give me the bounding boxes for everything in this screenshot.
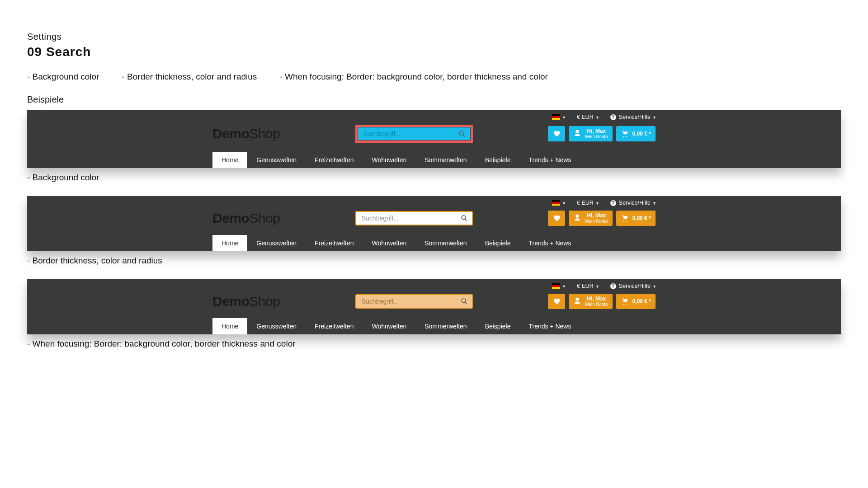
chevron-down-icon: ▾ [563, 201, 565, 206]
currency-label: € EUR [577, 200, 594, 206]
user-icon [573, 129, 581, 139]
account-button[interactable]: Hi, MaxMein Konto [569, 126, 613, 141]
chevron-down-icon: ▾ [653, 115, 656, 120]
svg-line-5 [465, 302, 467, 304]
currency-selector[interactable]: € EUR▾ [577, 114, 599, 120]
question-icon: ? [610, 283, 616, 289]
nav-item[interactable]: Trends + News [519, 318, 580, 334]
search-container [355, 125, 473, 143]
heart-icon [552, 297, 561, 306]
account-greeting: Hi, Max [587, 128, 606, 134]
account-sub: Mein Konto [585, 302, 608, 307]
chevron-down-icon: ▾ [596, 284, 599, 289]
nav-item[interactable]: Genusswelten [247, 318, 306, 334]
language-selector[interactable]: ▾ [552, 200, 565, 206]
cart-icon [621, 129, 629, 139]
nav-item[interactable]: Genusswelten [247, 152, 306, 168]
main-nav: HomeGenussweltenFreizeitweltenWohnwelten… [212, 318, 656, 334]
currency-label: € EUR [577, 283, 594, 289]
question-icon: ? [610, 200, 616, 206]
service-label: Service/Hilfe [619, 114, 651, 120]
account-sub: Mein Konto [585, 134, 608, 139]
account-greeting: Hi, Max [587, 213, 606, 219]
cart-icon [621, 297, 629, 306]
desc-background: - Background color [27, 72, 99, 82]
account-button[interactable]: Hi, MaxMein Konto [569, 294, 613, 309]
user-icon [573, 297, 581, 306]
service-help[interactable]: ?Service/Hilfe▾ [610, 283, 656, 289]
cart-total: 0,00 € * [632, 131, 651, 137]
wishlist-button[interactable] [548, 211, 565, 226]
search-input[interactable] [355, 211, 473, 225]
nav-item[interactable]: Beispiele [476, 318, 520, 334]
nav-item[interactable]: Trends + News [519, 152, 580, 168]
examples-heading: Beispiele [27, 94, 841, 105]
page-title: 09 Search [27, 45, 841, 59]
nav-item[interactable]: Wohnwelten [363, 235, 415, 251]
shop-logo[interactable]: DemoShop [212, 211, 280, 226]
nav-item[interactable]: Freizeitwelten [306, 152, 363, 168]
shop-logo[interactable]: DemoShop [212, 126, 280, 141]
search-icon[interactable] [458, 130, 466, 138]
search-input[interactable] [355, 294, 473, 309]
nav-item[interactable]: Sommerwelten [415, 235, 476, 251]
cart-button[interactable]: 0,00 € * [616, 126, 656, 141]
search-input[interactable] [358, 127, 471, 141]
nav-item[interactable]: Sommerwelten [415, 152, 476, 168]
question-icon: ? [610, 114, 616, 120]
chevron-down-icon: ▾ [563, 115, 565, 120]
currency-selector[interactable]: € EUR▾ [577, 283, 599, 289]
cart-total: 0,00 € * [632, 216, 651, 221]
nav-item[interactable]: Home [212, 235, 247, 251]
search-icon[interactable] [460, 214, 468, 222]
currency-selector[interactable]: € EUR▾ [577, 200, 599, 206]
example-header-3: ▾€ EUR▾?Service/Hilfe▾DemoShopHi, MaxMei… [27, 279, 841, 334]
chevron-down-icon: ▾ [653, 284, 656, 289]
svg-line-3 [465, 219, 467, 221]
nav-item[interactable]: Home [212, 152, 247, 168]
language-selector[interactable]: ▾ [552, 283, 565, 289]
nav-item[interactable]: Beispiele [476, 235, 520, 251]
cart-icon [621, 214, 629, 223]
desc-border: - Border thickness, color and radius [122, 72, 257, 82]
svg-point-4 [462, 299, 466, 303]
nav-item[interactable]: Home [212, 318, 247, 334]
chevron-down-icon: ▾ [596, 201, 599, 206]
example-caption: - Background color [27, 173, 841, 183]
breadcrumb: Settings [27, 32, 841, 42]
account-sub: Mein Konto [585, 219, 608, 224]
nav-item[interactable]: Freizeitwelten [306, 235, 363, 251]
nav-item[interactable]: Beispiele [476, 152, 520, 168]
flag-de-icon [552, 114, 560, 120]
account-button[interactable]: Hi, MaxMein Konto [569, 211, 613, 226]
cart-total: 0,00 € * [632, 299, 651, 305]
wishlist-button[interactable] [548, 294, 565, 309]
chevron-down-icon: ▾ [653, 201, 656, 206]
nav-item[interactable]: Genusswelten [247, 235, 306, 251]
service-help[interactable]: ?Service/Hilfe▾ [610, 114, 656, 120]
nav-item[interactable]: Wohnwelten [363, 152, 415, 168]
nav-item[interactable]: Sommerwelten [415, 318, 476, 334]
service-help[interactable]: ?Service/Hilfe▾ [610, 200, 656, 206]
nav-item[interactable]: Wohnwelten [363, 318, 415, 334]
search-container [355, 294, 473, 309]
language-selector[interactable]: ▾ [552, 114, 565, 120]
nav-item[interactable]: Freizeitwelten [306, 318, 363, 334]
example-header-1: ▾€ EUR▾?Service/Hilfe▾DemoShopHi, MaxMei… [27, 110, 841, 168]
svg-line-1 [463, 135, 465, 136]
main-nav: HomeGenussweltenFreizeitweltenWohnwelten… [212, 235, 656, 251]
heart-icon [552, 129, 561, 139]
cart-button[interactable]: 0,00 € * [616, 211, 656, 226]
nav-item[interactable]: Trends + News [519, 235, 580, 251]
chevron-down-icon: ▾ [596, 115, 599, 120]
account-greeting: Hi, Max [587, 296, 606, 302]
heart-icon [552, 214, 561, 223]
example-header-2: ▾€ EUR▾?Service/Hilfe▾DemoShopHi, MaxMei… [27, 196, 841, 251]
cart-button[interactable]: 0,00 € * [616, 294, 656, 309]
service-label: Service/Hilfe [619, 283, 651, 289]
search-icon[interactable] [460, 297, 468, 305]
shop-logo[interactable]: DemoShop [212, 294, 280, 309]
wishlist-button[interactable] [548, 126, 565, 141]
example-caption: - Border thickness, color and radius [27, 256, 841, 266]
description-list: - Background color - Border thickness, c… [27, 72, 841, 82]
